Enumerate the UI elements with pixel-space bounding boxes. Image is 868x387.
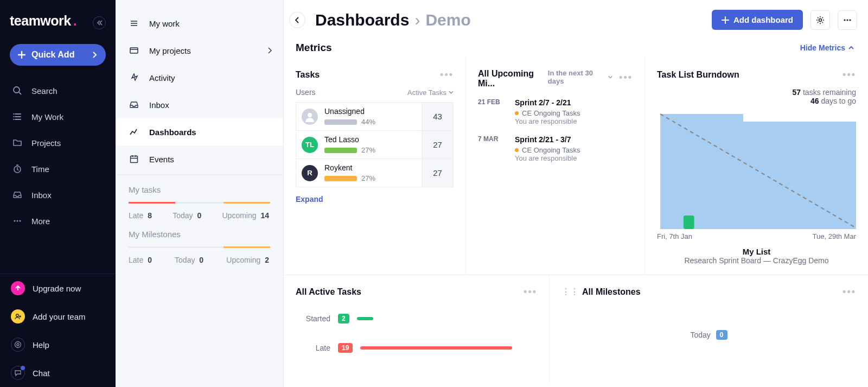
help-icon <box>11 338 25 352</box>
nav-time[interactable]: Time <box>0 156 116 182</box>
user-name: Ted Lasso <box>324 135 375 144</box>
chevron-right-icon <box>267 47 272 54</box>
milestone-date: 21 FEB <box>478 98 507 125</box>
user-pct: 27% <box>361 174 375 182</box>
nav-projects[interactable]: Projects <box>0 130 116 156</box>
metrics-bar: Metrics Hide Metrics <box>284 36 868 57</box>
sub-nav-inbox[interactable]: Inbox <box>116 91 283 118</box>
row-label: Late <box>296 344 330 352</box>
more-horizontal-icon <box>843 15 852 25</box>
breadcrumb-root[interactable]: Dashboards <box>315 11 409 29</box>
add-team-button[interactable]: Add your team <box>0 302 116 331</box>
chat-icon <box>11 366 25 380</box>
my-work-icon <box>129 18 139 29</box>
quick-add-button[interactable]: Quick Add <box>10 44 106 66</box>
sub-nav-activity[interactable]: Activity <box>116 64 283 91</box>
primary-sidebar: teamwork. Quick Add Search My Work Proje… <box>0 0 116 387</box>
sub-nav-events[interactable]: Events <box>116 145 283 173</box>
tasks-card-more[interactable]: ••• <box>440 69 454 80</box>
svg-point-13 <box>849 19 851 21</box>
count-badge: 19 <box>338 343 353 353</box>
my-tasks-stats: Late 8Today 0Upcoming 14 <box>129 211 270 220</box>
task-count: 27 <box>422 159 453 187</box>
user-row[interactable]: RRoykent27%27 <box>296 158 454 187</box>
collapse-sidebar-button[interactable] <box>93 16 106 29</box>
chat-button[interactable]: Chat <box>0 359 116 387</box>
user-row[interactable]: TLTed Lasso27%27 <box>296 130 454 159</box>
back-button[interactable] <box>289 12 305 28</box>
milestone-title: Sprint 2/7 - 2/21 <box>515 98 633 107</box>
nav-inbox[interactable]: Inbox <box>0 182 116 208</box>
breadcrumb-current: Demo <box>425 11 470 29</box>
my-tasks-title: My tasks <box>129 185 270 194</box>
all-milestones-title: All Milestones <box>582 287 641 296</box>
user-pct: 44% <box>361 118 375 126</box>
svg-rect-15 <box>684 215 694 229</box>
svg-point-11 <box>844 19 845 21</box>
main-content: Dashboards › Demo Add dashboard Metrics … <box>284 0 868 387</box>
nav-search[interactable]: Search <box>0 78 116 104</box>
milestones-range-dropdown[interactable]: In the next 30 days <box>548 69 612 85</box>
tasks-card: Tasks••• Users Active Tasks Unassigned44… <box>284 57 466 275</box>
active-task-row: Late19 <box>296 343 537 353</box>
my-milestones-title: My Milestones <box>129 230 270 239</box>
burndown-card-more[interactable]: ••• <box>843 69 856 80</box>
svg-rect-9 <box>131 156 138 163</box>
add-dashboard-button[interactable]: Add dashboard <box>712 10 803 30</box>
today-row: Today 0 <box>561 330 856 340</box>
metrics-cards: Tasks••• Users Active Tasks Unassigned44… <box>284 57 868 275</box>
upgrade-now-button[interactable]: Upgrade now <box>0 274 116 302</box>
hide-metrics-toggle[interactable]: Hide Metrics <box>800 43 854 52</box>
avatar: TL <box>302 137 318 153</box>
milestone-row[interactable]: 21 FEBSprint 2/7 - 2/21CE Ongoing TasksY… <box>478 98 633 125</box>
svg-rect-8 <box>130 48 138 53</box>
task-count: 27 <box>422 131 453 158</box>
burndown-title: Task List Burndown <box>657 70 739 80</box>
row-label: Started <box>296 314 330 323</box>
upcoming-milestones-title: All Upcoming Mi... <box>478 69 548 88</box>
settings-button[interactable] <box>810 10 830 30</box>
stopwatch-icon <box>12 163 23 174</box>
drag-handle-icon[interactable]: ⋮⋮ <box>561 287 579 296</box>
milestone-row[interactable]: 7 MARSprint 2/21 - 3/7CE Ongoing TasksYo… <box>478 135 633 162</box>
sub-nav-dashboards[interactable]: Dashboards <box>116 118 283 145</box>
more-options-button[interactable] <box>838 10 857 30</box>
user-bar <box>324 176 357 181</box>
sub-nav-my-projects[interactable]: My projects <box>116 37 283 64</box>
activity-icon <box>129 72 139 83</box>
milestone-subtitle: CE Ongoing Tasks <box>515 109 633 117</box>
user-row[interactable]: Unassigned44%43 <box>296 102 454 131</box>
svg-point-5 <box>16 314 18 316</box>
expand-link[interactable]: Expand <box>296 195 454 204</box>
all-milestones-card: ⋮⋮All Milestones••• Today 0 <box>550 275 868 383</box>
chevron-right-icon <box>92 52 97 58</box>
count-badge: 2 <box>338 314 349 323</box>
burndown-list-title: My List <box>657 247 856 256</box>
milestone-subtitle: CE Ongoing Tasks <box>515 146 633 154</box>
primary-nav: Search My Work Projects Time Inbox More <box>0 78 116 234</box>
breadcrumb-separator: › <box>414 11 420 29</box>
sub-nav-my-work[interactable]: My work <box>116 10 283 37</box>
help-button[interactable]: Help <box>0 331 116 359</box>
burndown-chart <box>657 110 856 229</box>
upgrade-icon <box>11 281 25 295</box>
nav-more[interactable]: More <box>0 208 116 234</box>
brand-logo: teamwork. <box>10 13 106 29</box>
user-name: Roykent <box>324 163 375 172</box>
all-milestones-more[interactable]: ••• <box>843 286 856 297</box>
users-label: Users <box>296 88 316 97</box>
active-tasks-more[interactable]: ••• <box>524 286 537 297</box>
search-icon <box>12 85 23 96</box>
breadcrumb: Dashboards › Demo <box>315 11 471 29</box>
milestones-card-more[interactable]: ••• <box>619 72 633 83</box>
calendar-icon <box>129 154 139 164</box>
nav-my-work[interactable]: My Work <box>0 104 116 130</box>
dashboards-icon <box>129 126 139 137</box>
user-name: Unassigned <box>324 107 375 116</box>
chevron-up-icon <box>848 46 854 50</box>
active-tasks-dropdown[interactable]: Active Tasks <box>407 88 454 97</box>
avatar: R <box>302 165 318 181</box>
user-pct: 27% <box>361 146 375 154</box>
my-tasks-bar <box>129 202 270 204</box>
svg-point-3 <box>17 220 18 222</box>
